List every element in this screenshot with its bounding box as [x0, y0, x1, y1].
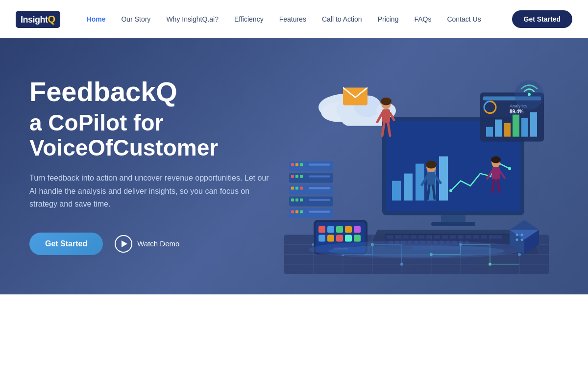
svg-rect-52 [309, 164, 330, 166]
svg-rect-98 [345, 226, 352, 233]
svg-rect-133 [492, 167, 500, 180]
nav-item-why-insightq[interactable]: Why InsightQ.ai? [159, 12, 225, 26]
svg-rect-53 [289, 173, 333, 183]
svg-point-124 [381, 98, 392, 105]
svg-point-140 [528, 93, 531, 96]
svg-rect-66 [300, 199, 303, 202]
hero-illustration: Analytics 89.4% [274, 53, 559, 289]
svg-rect-112 [521, 118, 528, 137]
hero-title-feedbackq: FeedbackQ [29, 78, 294, 106]
hero-description: Turn feedback into action and uncover re… [29, 172, 274, 210]
svg-rect-104 [354, 235, 361, 242]
hero-get-started-button[interactable]: Get Started [29, 233, 103, 255]
svg-rect-13 [439, 157, 448, 201]
nav-item-pricing[interactable]: Pricing [371, 12, 406, 26]
svg-point-143 [328, 245, 505, 257]
hero-actions: Get Started Watch Demo [29, 233, 294, 255]
nav-item-our-story[interactable]: Our Story [114, 12, 157, 26]
svg-rect-56 [300, 175, 303, 178]
hero-content: FeedbackQ a CoPilot for VoiceOfCustomer … [29, 78, 294, 255]
svg-rect-51 [300, 163, 303, 166]
svg-line-129 [428, 186, 429, 199]
svg-rect-99 [354, 226, 361, 233]
svg-rect-109 [495, 120, 502, 137]
svg-line-130 [433, 186, 435, 199]
svg-rect-126 [427, 172, 435, 186]
hero-section: FeedbackQ a CoPilot for VoiceOfCustomer … [0, 38, 588, 294]
svg-rect-63 [289, 197, 333, 207]
nav-item-features[interactable]: Features [272, 12, 313, 26]
svg-rect-111 [513, 115, 519, 137]
svg-rect-100 [318, 235, 325, 242]
svg-rect-101 [327, 235, 334, 242]
logo-q: Q [48, 14, 55, 25]
nav-item-faqs[interactable]: FAQs [407, 12, 438, 26]
svg-point-131 [426, 161, 437, 169]
svg-point-14 [449, 189, 452, 192]
svg-rect-48 [289, 161, 333, 171]
svg-rect-68 [289, 209, 333, 218]
hero-illustration-area: Analytics 89.4% [294, 38, 559, 294]
svg-rect-113 [530, 112, 537, 137]
nav-item-call-to-action[interactable]: Call to Action [315, 12, 369, 26]
svg-rect-60 [295, 187, 298, 190]
watch-demo-label: Watch Demo [137, 239, 179, 248]
bottom-section [0, 294, 588, 368]
svg-point-138 [491, 157, 501, 163]
svg-rect-102 [336, 235, 343, 242]
svg-rect-119 [382, 109, 390, 123]
svg-point-148 [521, 234, 523, 236]
svg-rect-70 [295, 210, 298, 213]
nav-get-started-button[interactable]: Get Started [512, 10, 572, 28]
play-icon [115, 235, 132, 253]
svg-point-149 [516, 238, 518, 241]
svg-text:89.4%: 89.4% [510, 109, 523, 114]
svg-rect-110 [504, 123, 511, 137]
svg-rect-58 [289, 185, 333, 195]
nav-links: Home Our Story Why InsightQ.ai? Efficien… [80, 12, 512, 26]
svg-rect-72 [309, 211, 330, 213]
logo-text: InsightQ [21, 14, 55, 25]
svg-rect-18 [431, 222, 475, 226]
svg-rect-55 [295, 175, 298, 178]
nav-item-home[interactable]: Home [80, 12, 113, 26]
svg-point-150 [521, 238, 523, 241]
svg-rect-62 [309, 187, 330, 189]
svg-rect-17 [441, 215, 466, 222]
hero-title-copilot: a CoPilot for VoiceOfCustomer [29, 110, 294, 160]
svg-point-16 [508, 167, 511, 170]
hero-watch-demo-button[interactable]: Watch Demo [115, 235, 179, 253]
svg-rect-65 [295, 199, 298, 202]
svg-point-147 [516, 234, 518, 236]
svg-rect-95 [318, 226, 325, 233]
svg-rect-10 [404, 174, 413, 201]
svg-rect-50 [295, 163, 298, 166]
svg-point-92 [518, 253, 521, 256]
nav-item-contact-us[interactable]: Contact Us [440, 12, 488, 26]
nav-item-efficiency[interactable]: Efficiency [227, 12, 270, 26]
svg-rect-97 [336, 226, 343, 233]
svg-rect-71 [300, 210, 303, 213]
navbar: InsightQ Home Our Story Why InsightQ.ai?… [0, 0, 588, 38]
svg-rect-103 [345, 235, 352, 242]
play-triangle-icon [122, 240, 127, 247]
svg-rect-61 [300, 187, 303, 190]
svg-line-136 [492, 180, 494, 192]
svg-rect-57 [309, 176, 330, 178]
svg-rect-108 [486, 127, 493, 137]
svg-rect-67 [309, 199, 330, 201]
svg-rect-96 [327, 226, 334, 233]
logo[interactable]: InsightQ [16, 11, 60, 28]
svg-rect-9 [392, 181, 401, 201]
svg-line-137 [498, 180, 499, 192]
